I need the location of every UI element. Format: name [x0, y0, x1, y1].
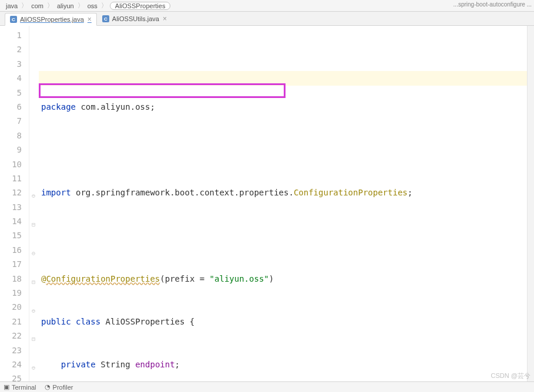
profiler-tool-button[interactable]: ◔ Profiler [45, 383, 73, 391]
profiler-icon: ◔ [45, 383, 51, 391]
annotation-highlight-box [39, 83, 286, 98]
terminal-icon: ▣ [4, 383, 9, 391]
line-number: 15 [0, 228, 22, 242]
line-number: 2 [0, 42, 22, 56]
breadcrumb-bar: java 〉 com 〉 aliyun 〉 oss 〉 AliOSSProper… [0, 0, 534, 12]
line-number: 19 [0, 286, 22, 300]
tab-aliossutils[interactable]: C AliOSSUtils.java × [97, 12, 172, 25]
chevron-right-icon: 〉 [76, 1, 85, 10]
line-number: 5 [0, 86, 22, 100]
line-number: 3 [0, 57, 22, 71]
fold-toggle-icon[interactable]: ⊟ [31, 275, 36, 289]
line-number: 9 [0, 143, 22, 157]
fold-toggle-icon[interactable]: ⊟ [31, 332, 36, 346]
breadcrumb-item[interactable]: aliyun [55, 2, 76, 9]
fold-toggle-icon[interactable]: ⊖ [31, 361, 36, 375]
fold-gutter: ⊖⊟⊖⊟⊖⊟⊖ [29, 26, 39, 381]
line-number: 24 [0, 357, 22, 371]
line-number: 8 [0, 129, 22, 143]
line-number: 18 [0, 272, 22, 286]
watermark-text: CSDN @芸兮 [491, 371, 530, 380]
line-number: 10 [0, 157, 22, 171]
breadcrumb-current[interactable]: AliOSSProperties [110, 2, 171, 10]
scrollbar-track[interactable] [527, 26, 534, 381]
fold-toggle-icon[interactable]: ⊖ [31, 304, 36, 318]
line-number: 13 [0, 200, 22, 214]
tool-window-bar: ▣ Terminal ◔ Profiler [0, 381, 534, 392]
editor-tabs: C AliOSSProperties.java × C AliOSSUtils.… [0, 12, 534, 26]
tab-label: AliOSSProperties.java [20, 16, 84, 23]
line-number: 17 [0, 257, 22, 271]
breadcrumb-item[interactable]: com [29, 2, 46, 9]
fold-toggle-icon[interactable]: ⊖ [31, 189, 36, 203]
line-number: 4 [0, 71, 22, 85]
close-icon[interactable]: × [88, 15, 92, 23]
java-class-icon: C [102, 15, 109, 22]
truncated-title-text: ...spring-boot-autoconfigure ... [454, 1, 532, 8]
line-number: 11 [0, 171, 22, 185]
breadcrumb-item[interactable]: java [4, 2, 20, 9]
line-number: 1 [0, 28, 22, 42]
line-number: 6 [0, 100, 22, 114]
tab-label: AliOSSUtils.java [112, 15, 159, 22]
line-number: 21 [0, 315, 22, 329]
code-editor[interactable]: 1234567891011121314151617181920212223242… [0, 26, 534, 381]
chevron-right-icon: 〉 [100, 1, 109, 10]
line-number: 20 [0, 300, 22, 314]
chevron-right-icon: 〉 [46, 1, 55, 10]
line-number: 12 [0, 185, 22, 200]
line-number: 14 [0, 214, 22, 228]
line-number: 22 [0, 329, 22, 343]
close-icon[interactable]: × [163, 15, 167, 23]
breadcrumb-item[interactable]: oss [85, 2, 100, 9]
fold-toggle-icon[interactable]: ⊖ [31, 246, 36, 261]
java-class-icon: C [10, 16, 17, 23]
terminal-tool-button[interactable]: ▣ Terminal [4, 383, 36, 391]
tab-aliossproperties[interactable]: C AliOSSProperties.java × [5, 13, 97, 26]
line-number: 7 [0, 114, 22, 128]
code-area[interactable]: package com.aliyun.oss; import org.sprin… [39, 26, 534, 381]
chevron-right-icon: 〉 [20, 1, 29, 10]
line-number: 23 [0, 343, 22, 357]
fold-toggle-icon[interactable]: ⊟ [31, 218, 36, 232]
line-number-gutter: 1234567891011121314151617181920212223242… [0, 26, 29, 381]
line-number: 16 [0, 243, 22, 257]
